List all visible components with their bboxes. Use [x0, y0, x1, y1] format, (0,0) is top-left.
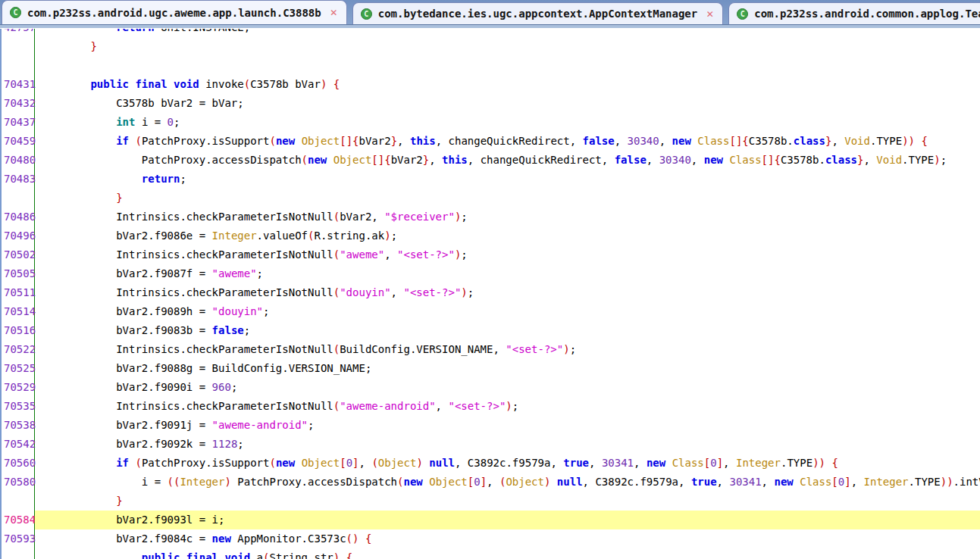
code-line[interactable]: 70437 int i = 0;: [2, 113, 980, 132]
code-line[interactable]: 70505 bVar2.f9087f = "aweme";: [2, 264, 980, 283]
editor-tab-2[interactable]: Ccom.p232ss.android.common.applog.TeaAge…: [728, 2, 980, 24]
class-icon: C: [737, 8, 748, 20]
code-line[interactable]: 70483 return;: [2, 170, 980, 189]
code-text: bVar2.f9086e = Integer.valueOf(R.string.…: [35, 226, 980, 245]
code-line[interactable]: 70480 PatchProxy.accessDispatch(new Obje…: [2, 151, 980, 170]
code-text: public final void a(String str) {: [35, 548, 980, 559]
code-text: }: [35, 37, 980, 56]
code-text: bVar2.f9092k = 1128;: [35, 435, 980, 454]
code-text: if (PatchProxy.isSupport(new Object[]{bV…: [35, 132, 980, 151]
code-line[interactable]: 70431 public final void invoke(C3578b bV…: [2, 75, 980, 94]
tab-bar: Ccom.p232ss.android.ugc.aweme.app.launch…: [0, 0, 980, 25]
code-text: i = ((Integer) PatchProxy.accessDispatch…: [35, 473, 980, 492]
line-number: 70584: [2, 511, 35, 529]
line-number: 70538: [2, 416, 35, 435]
code-line[interactable]: 70560 if (PatchProxy.isSupport(new Objec…: [2, 454, 980, 473]
code-line[interactable]: 70516 bVar2.f9083b = false;: [2, 321, 980, 340]
code-line[interactable]: }: [2, 492, 980, 511]
code-line[interactable]: 70502 Intrinsics.checkParameterIsNotNull…: [2, 245, 980, 264]
code-line[interactable]: 70525 bVar2.f9088g = BuildConfig.VERSION…: [2, 359, 980, 378]
line-number: 70505: [2, 264, 35, 283]
code-text: int i = 0;: [35, 113, 980, 132]
code-text: bVar2.f9083b = false;: [35, 321, 980, 340]
line-number: 70502: [2, 245, 35, 264]
code-line[interactable]: 70535 Intrinsics.checkParameterIsNotNull…: [2, 397, 980, 416]
code-line[interactable]: 70511 Intrinsics.checkParameterIsNotNull…: [2, 283, 980, 302]
tab-label: com.p232ss.android.ugc.aweme.app.launch.…: [27, 7, 321, 19]
code-text: return;: [35, 170, 980, 189]
line-number: 70560: [2, 454, 35, 473]
code-text: C3578b bVar2 = bVar;: [35, 94, 980, 113]
line-number: 70542: [2, 435, 35, 454]
line-number: 70486: [2, 208, 35, 226]
code-line[interactable]: 70496 bVar2.f9086e = Integer.valueOf(R.s…: [2, 226, 980, 245]
code-line[interactable]: 70514 bVar2.f9089h = "douyin";: [2, 302, 980, 321]
code-line[interactable]: 70538 bVar2.f9091j = "aweme-android";: [2, 416, 980, 435]
line-number: [2, 189, 35, 208]
code-line[interactable]: 70580 i = ((Integer) PatchProxy.accessDi…: [2, 473, 980, 492]
line-number: 70459: [2, 132, 35, 151]
code-text: bVar2.f9090i = 960;: [35, 378, 980, 397]
code-text: Intrinsics.checkParameterIsNotNull("awem…: [35, 397, 980, 416]
line-number: 70522: [2, 340, 35, 359]
code-line[interactable]: 70529 bVar2.f9090i = 960;: [2, 378, 980, 397]
code-text: public final void invoke(C3578b bVar) {: [35, 75, 980, 94]
code-line[interactable]: }: [2, 37, 980, 56]
code-line[interactable]: 70486 Intrinsics.checkParameterIsNotNull…: [2, 208, 980, 226]
code-line[interactable]: 70522 Intrinsics.checkParameterIsNotNull…: [2, 340, 980, 359]
code-line[interactable]: 70593 bVar2.f9084c = new AppMonitor.C357…: [2, 529, 980, 548]
code-line[interactable]: 42757 return Unit.INSTANCE;: [2, 29, 980, 37]
line-number: 70580: [2, 473, 35, 492]
code-line[interactable]: }: [2, 189, 980, 208]
line-number: 70593: [2, 529, 35, 548]
code-text: Intrinsics.checkParameterIsNotNull(Build…: [35, 340, 980, 359]
code-text: Intrinsics.checkParameterIsNotNull("awem…: [35, 245, 980, 264]
code-text: bVar2.f9087f = "aweme";: [35, 264, 980, 283]
close-tab-icon[interactable]: ✕: [330, 7, 337, 18]
code-text: Intrinsics.checkParameterIsNotNull("douy…: [35, 283, 980, 302]
editor-tab-0[interactable]: Ccom.p232ss.android.ugc.aweme.app.launch…: [2, 0, 347, 24]
line-number: 70529: [2, 378, 35, 397]
code-text: bVar2.f9088g = BuildConfig.VERSION_NAME;: [35, 359, 980, 378]
tab-label: com.p232ss.android.common.applog.TeaAgen…: [754, 8, 980, 20]
code-text: bVar2.f9093l = i;: [35, 511, 980, 529]
class-icon: C: [361, 8, 372, 20]
line-number: 70514: [2, 302, 35, 321]
code-text: Intrinsics.checkParameterIsNotNull(bVar2…: [35, 208, 980, 226]
code-text: bVar2.f9084c = new AppMonitor.C3573c() {: [35, 529, 980, 548]
close-tab-icon[interactable]: ✕: [706, 8, 713, 20]
line-number: 70516: [2, 321, 35, 340]
line-number: 70511: [2, 283, 35, 302]
line-number: 70432: [2, 94, 35, 113]
line-number: [2, 492, 35, 511]
code-line-highlighted[interactable]: 70584 bVar2.f9093l = i;: [2, 511, 980, 529]
line-number: 70535: [2, 397, 35, 416]
tab-label: com.bytedance.ies.ugc.appcontext.AppCont…: [378, 8, 697, 20]
line-number: 70525: [2, 359, 35, 378]
line-number: 70496: [2, 226, 35, 245]
line-number: 70483: [2, 170, 35, 189]
editor-tab-1[interactable]: Ccom.bytedance.ies.ugc.appcontext.AppCon…: [352, 2, 723, 24]
line-number: 42757: [2, 29, 35, 37]
code-text: [35, 56, 980, 75]
line-number: [2, 37, 35, 56]
code-text: }: [35, 189, 980, 208]
code-text: }: [35, 492, 980, 511]
code-text: if (PatchProxy.isSupport(new Object[0], …: [35, 454, 980, 473]
code-line[interactable]: 70542 bVar2.f9092k = 1128;: [2, 435, 980, 454]
line-number: 70437: [2, 113, 35, 132]
line-number: 70431: [2, 75, 35, 94]
code-line[interactable]: public final void a(String str) {: [2, 548, 980, 559]
class-icon: C: [10, 7, 21, 18]
line-number: [2, 56, 35, 75]
code-text: PatchProxy.accessDispatch(new Object[]{b…: [35, 151, 980, 170]
code-line[interactable]: 70432 C3578b bVar2 = bVar;: [2, 94, 980, 113]
code-text: bVar2.f9091j = "aweme-android";: [35, 416, 980, 435]
line-number: [2, 548, 35, 559]
code-line[interactable]: [2, 56, 980, 75]
line-number: 70480: [2, 151, 35, 170]
code-editor[interactable]: 42757 return Unit.INSTANCE; }70431 publi…: [0, 29, 980, 559]
code-line[interactable]: 70459 if (PatchProxy.isSupport(new Objec…: [2, 132, 980, 151]
code-text: return Unit.INSTANCE;: [35, 29, 980, 37]
code-text: bVar2.f9089h = "douyin";: [35, 302, 980, 321]
